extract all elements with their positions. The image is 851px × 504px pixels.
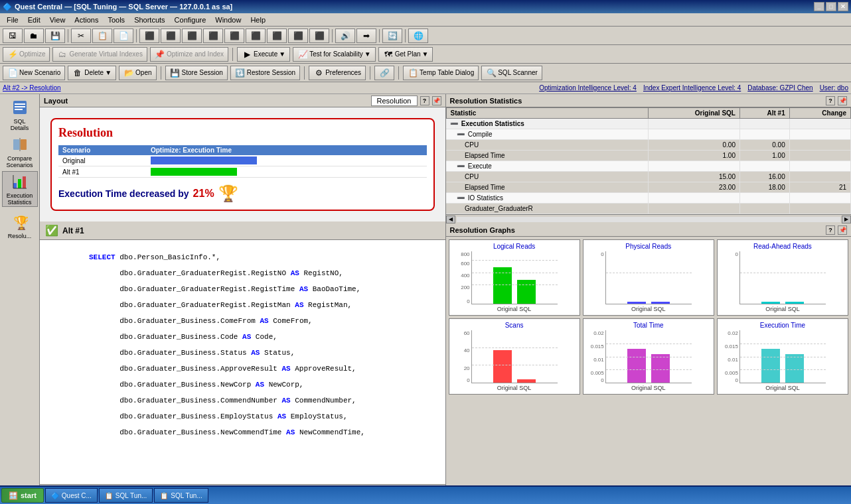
toolbar-btn-2[interactable]: 🖿	[24, 29, 44, 43]
menu-configure[interactable]: Configure	[171, 15, 210, 25]
menu-tools[interactable]: Tools	[104, 15, 129, 25]
toolbar-btn-5[interactable]: 📋	[92, 29, 112, 43]
toolbar-btn-1[interactable]: 🖫	[3, 29, 23, 43]
execute-button[interactable]: ▶ Execute ▼	[237, 47, 290, 62]
menu-help[interactable]: Help	[246, 15, 270, 25]
table-row: ➖ Execute	[446, 161, 851, 172]
restore-session-button[interactable]: 🔃 Restore Session	[230, 66, 300, 80]
stats-scroll-track[interactable]	[457, 217, 841, 222]
minimize-button[interactable]: _	[814, 2, 824, 11]
optimize-button[interactable]: ⚡ Optimize	[3, 47, 50, 62]
tt-gridline-3	[606, 369, 692, 370]
temp-table-dialog-button[interactable]: 📋 Temp Table Dialog	[403, 66, 479, 80]
collapse-execute[interactable]: ➖	[457, 162, 465, 170]
toolbar-btn-15[interactable]: ⬛	[309, 29, 329, 43]
sql-scanner-button[interactable]: 🔍 SQL Scanner	[481, 66, 542, 80]
nav-sql-details[interactable]: SQLDetails	[2, 97, 38, 133]
collapse-compile[interactable]: ➖	[457, 131, 465, 138]
taskbar-quest-central[interactable]: 🔷 Quest C...	[45, 488, 98, 503]
toolbar-btn-18[interactable]: 🔄	[382, 29, 402, 43]
stats-panel-header: Resolution Statistics ? 📌	[446, 94, 852, 107]
menu-window[interactable]: Window	[211, 15, 245, 25]
toolbar-btn-14[interactable]: ⬛	[288, 29, 308, 43]
optimization-intelligence-link[interactable]: Optimization Intelligence Level: 4	[539, 84, 637, 92]
generate-virtual-indexes-button[interactable]: 🗂 Generate Virtual Indexes	[52, 47, 147, 62]
toolbar-btn-10[interactable]: ⬛	[203, 29, 223, 43]
toolbar-btn-16[interactable]: 🔊	[335, 29, 355, 43]
graphs-pin-button[interactable]: 📌	[838, 225, 847, 235]
stats-pin-button[interactable]: 📌	[838, 96, 847, 105]
preferences-button[interactable]: ⚙ Preferences	[309, 66, 366, 80]
toolbar-btn-12[interactable]: ⬛	[246, 29, 266, 43]
link-icon-button[interactable]: 🔗	[374, 66, 394, 80]
taskbar-sql-tun-2[interactable]: 📋 SQL Tun...	[154, 488, 208, 503]
left-panel-header: Layout Resolution ? 📌	[40, 94, 445, 107]
sql-scroll-area[interactable]: SELECT dbo.Person_BasicInfo.*, dbo.Gradu…	[40, 240, 445, 484]
graphs-scroll-area[interactable]: Logical Reads 800 600 400 200 0	[446, 237, 852, 493]
toolbar-btn-4[interactable]: ✂	[71, 29, 91, 43]
stats-help-button[interactable]: ?	[826, 96, 835, 105]
logical-reads-title[interactable]: Logical Reads	[493, 243, 535, 250]
open-button[interactable]: 📂 Open	[119, 66, 156, 80]
toolbar-btn-17[interactable]: ➡	[356, 29, 376, 43]
close-button[interactable]: ✕	[838, 2, 848, 11]
panel-pin-button[interactable]: 📌	[432, 96, 441, 105]
scans-title[interactable]: Scans	[505, 322, 524, 329]
et-gridline-1	[740, 344, 826, 344]
stats-scroll-right[interactable]: ▶	[842, 216, 851, 223]
taskbar-sql-tun-1[interactable]: 📋 SQL Tun...	[99, 488, 153, 503]
panel-help-button[interactable]: ?	[420, 96, 429, 105]
delete-button[interactable]: 🗑 Delete ▼	[68, 66, 116, 80]
es-original	[649, 119, 740, 129]
menu-view[interactable]: View	[46, 15, 70, 25]
stats-h-scrollbar[interactable]: ◀ ▶	[446, 214, 852, 223]
nav-resolution[interactable]: 🏆 Resolu...	[2, 208, 38, 244]
toolbar-btn-13[interactable]: ⬛	[267, 29, 287, 43]
toolbar-btn-11[interactable]: ⬛	[224, 29, 244, 43]
toolbar-btn-9[interactable]: ⬛	[182, 29, 202, 43]
scans-bar-alt1	[517, 379, 536, 383]
maximize-button[interactable]: □	[826, 2, 836, 11]
toolbar-btn-3[interactable]: 💾	[45, 29, 65, 43]
menu-file[interactable]: File	[3, 15, 23, 25]
execution-time-chart-title[interactable]: Execution Time	[760, 322, 805, 329]
stats-scroll-left[interactable]: ◀	[446, 216, 455, 223]
physical-reads-title[interactable]: Physical Reads	[625, 243, 671, 250]
menu-bar: File Edit View Actions Tools Shortcuts C…	[0, 13, 851, 27]
nav-compare-scenarios[interactable]: CompareScenarios	[2, 134, 38, 170]
new-scenario-button[interactable]: 📄 New Scenario	[3, 66, 65, 80]
user-link[interactable]: User: dbo	[820, 84, 848, 92]
graphs-help-button[interactable]: ?	[826, 225, 835, 235]
menu-edit[interactable]: Edit	[24, 15, 44, 25]
test-scalability-button[interactable]: 📈 Test for Scalability ▼	[293, 47, 376, 62]
collapse-execution-stats[interactable]: ➖	[450, 120, 458, 127]
start-button[interactable]: 🪟 start	[1, 488, 44, 503]
read-ahead-bar-alt1	[785, 302, 804, 304]
toolbar-btn-7[interactable]: ⬛	[139, 29, 159, 43]
database-link[interactable]: Database: GZPI Chen	[747, 84, 812, 92]
elapsed-compile-alt1: 1.00	[739, 151, 789, 161]
toolbar-btn-19[interactable]: 🌐	[408, 29, 428, 43]
scenario-alt1: Alt #1	[58, 166, 147, 178]
svg-rect-7	[13, 183, 17, 188]
optimize-and-index-button[interactable]: 📌 Optimize and Index	[150, 47, 228, 62]
logical-reads-xlabel: Original SQL	[497, 306, 532, 312]
resolution-tab[interactable]: Resolution	[371, 95, 418, 106]
subgroup-compile: ➖ Compile	[446, 129, 649, 140]
cpu-execute-alt1: 16.00	[739, 172, 789, 182]
toolbar-btn-6[interactable]: 📄	[114, 29, 133, 43]
menu-shortcuts[interactable]: Shortcuts	[130, 15, 169, 25]
bar-original	[147, 155, 427, 166]
index-expert-link[interactable]: Index Expert Intelligence Level: 4	[643, 84, 741, 92]
read-ahead-reads-title[interactable]: Read-Ahead Reads	[753, 243, 812, 250]
toolbar-btn-8[interactable]: ⬛	[161, 29, 181, 43]
nav-execution-statistics[interactable]: ExecutionStatistics	[2, 171, 38, 207]
breadcrumb-link[interactable]: Alt #2 -> Resolution	[3, 84, 61, 92]
store-session-button[interactable]: 💾 Store Session	[165, 66, 228, 80]
get-plan-button[interactable]: 🗺 Get Plan ▼	[378, 47, 433, 62]
total-time-title[interactable]: Total Time	[633, 322, 664, 329]
collapse-io[interactable]: ➖	[457, 194, 465, 202]
menu-actions[interactable]: Actions	[70, 15, 102, 25]
main-layout: SQLDetails CompareScenarios ExecutionSta…	[0, 94, 851, 493]
graph-total-time: Total Time 0.02 0.015 0.01 0.005 0	[583, 318, 714, 395]
